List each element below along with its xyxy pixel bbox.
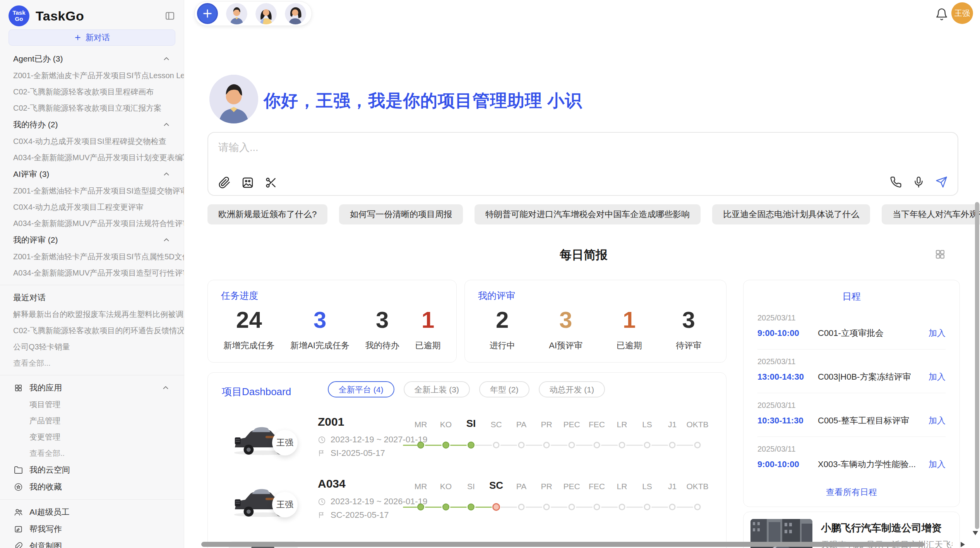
suggestion-chip[interactable]: 如何写一份清晰的项目周报 (339, 204, 463, 224)
my-app-item[interactable]: 产品管理 (0, 413, 184, 429)
stat-value: 3 (365, 307, 399, 333)
my-apps-header[interactable]: 我的应用 (0, 379, 184, 396)
sidebar-task-item[interactable]: C02-飞腾新能源轻客改款项目立项汇报方案 (0, 100, 184, 116)
schedule-view-all[interactable]: 查看所有日程 (744, 486, 959, 498)
microphone-icon[interactable] (913, 176, 925, 188)
section-header[interactable]: 我的评审 (2) (0, 231, 184, 248)
milestone-dot[interactable] (569, 504, 575, 510)
sidebar-task-item[interactable]: Z001-全新燃油皮卡产品开发项目SI节点Lesson Learn报告 (0, 67, 184, 84)
milestone-dot[interactable] (518, 442, 525, 449)
sidebar-task-item[interactable]: A034-全新新能源MUV产品开发项目造型可行性评审 (0, 265, 184, 281)
chat-input[interactable] (218, 140, 837, 167)
my-app-item[interactable]: 变更管理 (0, 429, 184, 445)
my-review-title: 我的评审 (478, 289, 515, 302)
sidebar-item-help-me-write[interactable]: 帮我写作 (0, 521, 184, 538)
dashboard-tab[interactable]: 全新平台 (4) (328, 381, 394, 397)
milestone-dot[interactable] (493, 442, 500, 449)
milestone-dot[interactable] (569, 442, 575, 449)
recent-chat-item[interactable]: 解释最新出台的欧盟报废车法规再生塑料比例被调至15%... (0, 306, 184, 322)
milestone-dot[interactable] (492, 503, 500, 511)
recent-chat-item[interactable]: C02-飞腾新能源轻客改款项目的闭环通告反馈情况 (0, 322, 184, 339)
milestone-dot[interactable] (543, 504, 550, 510)
schedule-name: C001-立项审批会 (818, 327, 925, 339)
favorites-label: 我的收藏 (29, 481, 62, 492)
sidebar-task-item[interactable]: A034-全新新能源MUV产品开发项目计划变更表编写 (0, 149, 184, 166)
milestone-dot[interactable] (468, 442, 475, 449)
section-header[interactable]: 我的待办 (2) (0, 116, 184, 133)
add-agent-button[interactable] (197, 3, 218, 24)
send-icon[interactable] (935, 176, 947, 188)
milestone-dot[interactable] (543, 442, 550, 449)
scroll-down-arrow-icon[interactable] (973, 531, 978, 535)
user-avatar[interactable]: 王强 (951, 2, 973, 24)
scissors-icon[interactable] (265, 176, 277, 189)
section-header[interactable]: AI评审 (3) (0, 166, 184, 183)
milestone-dot[interactable] (417, 503, 424, 510)
milestone-dot[interactable] (694, 504, 701, 510)
sidebar-task-item[interactable]: A034-全新新能源MUV产品开发项目法规符合性评审 (0, 215, 184, 231)
sidebar-collapse-icon[interactable] (164, 10, 175, 21)
milestone-dot[interactable] (442, 503, 449, 510)
my-app-item[interactable]: 项目管理 (0, 396, 184, 413)
milestone-dot[interactable] (669, 504, 676, 510)
chevron-up-icon[interactable] (162, 120, 171, 129)
section-header[interactable]: Agent已办 (3) (0, 50, 184, 67)
schedule-join-link[interactable]: 加入 (929, 459, 946, 470)
scroll-right-arrow-icon[interactable] (961, 542, 965, 547)
paperclip-icon[interactable] (218, 176, 231, 189)
milestone-dot[interactable] (644, 504, 651, 510)
milestone-dot[interactable] (669, 442, 676, 449)
schedule-join-link[interactable]: 加入 (929, 327, 946, 339)
recent-chats-title: 最近对话 (13, 292, 46, 303)
dashboard-tab[interactable]: 年型 (2) (479, 381, 529, 397)
sidebar-item-favorites[interactable]: 我的收藏 (0, 478, 184, 495)
sidebar-task-item[interactable]: Z001-全新燃油轻卡产品开发项目SI节点属性5D文件评审 (0, 248, 184, 265)
suggestion-chip[interactable]: 当下年轻人对汽车外观有怎样的喜好趋势 (882, 204, 980, 224)
vertical-scrollbar-thumb[interactable] (975, 202, 979, 529)
layout-grid-icon[interactable] (934, 248, 946, 260)
sidebar-task-item[interactable]: Z001-全新燃油轻卡产品开发项目SI造型提交物评审 (0, 183, 184, 199)
milestone-dot[interactable] (594, 442, 600, 449)
suggestion-chip[interactable]: 欧洲新规最近颁布了什么? (207, 204, 327, 224)
project-row[interactable]: 王强 A034 2023-12-19 ~ 2026-01-19 SC-2025-… (222, 472, 712, 534)
horizontal-scrollbar-thumb[interactable] (201, 542, 924, 547)
milestone-dot[interactable] (594, 504, 600, 510)
schedule-join-link[interactable]: 加入 (929, 415, 946, 426)
milestone-dot[interactable] (619, 504, 625, 510)
agent-avatar[interactable] (285, 3, 306, 24)
phone-icon[interactable] (890, 176, 902, 188)
agent-avatar[interactable] (226, 3, 247, 24)
schedule-name: X003-车辆动力学性能验... (818, 459, 925, 470)
new-chat-button[interactable]: 新对话 (9, 29, 175, 46)
milestone-dot[interactable] (619, 442, 625, 449)
milestone-dot[interactable] (694, 442, 701, 449)
chevron-up-icon[interactable] (161, 384, 170, 392)
agent-avatar[interactable] (255, 3, 277, 24)
notification-bell-icon[interactable] (935, 8, 948, 21)
milestone-dot[interactable] (644, 442, 651, 449)
dashboard-tab[interactable]: 动总开发 (1) (539, 381, 605, 397)
sidebar-task-item[interactable]: C0X4-动力总成开发项目SI里程碑提交物检查 (0, 133, 184, 149)
stat: 3我的待办 (365, 307, 399, 351)
suggestion-chip[interactable]: 特朗普可能对进口汽车增税会对中国车企造成哪些影响 (475, 204, 701, 224)
milestone-dot[interactable] (442, 442, 449, 449)
chevron-up-icon[interactable] (162, 55, 171, 63)
apps-view-all[interactable]: 查看全部.. (0, 445, 184, 461)
sidebar-item-ai-super-staff[interactable]: AI超级员工 (0, 503, 184, 521)
milestone-dot[interactable] (518, 504, 525, 510)
sidebar-item-cloud-space[interactable]: 我的云空间 (0, 461, 184, 478)
milestone-dot[interactable] (468, 503, 475, 510)
sidebar-task-item[interactable]: C0X4-动力总成开发项目工程变更评审 (0, 199, 184, 215)
recent-view-all[interactable]: 查看全部... (0, 355, 184, 371)
suggestion-chip[interactable]: 比亚迪全固态电池计划具体说了什么 (712, 204, 870, 224)
image-icon[interactable] (242, 176, 254, 189)
sidebar-item-creative-drawing[interactable]: 创意制图 (0, 538, 184, 548)
milestone-dot[interactable] (417, 442, 424, 449)
schedule-join-link[interactable]: 加入 (929, 371, 946, 383)
recent-chat-item[interactable]: 公司Q3轻卡销量 (0, 339, 184, 355)
chevron-up-icon[interactable] (162, 236, 171, 244)
sidebar-task-item[interactable]: C02-飞腾新能源轻客改款项目里程碑画布 (0, 84, 184, 100)
project-row[interactable]: 王强 Z001 2023-12-19 ~ 2027-01-19 SI-2025-… (222, 410, 712, 472)
chevron-up-icon[interactable] (162, 170, 171, 178)
dashboard-tab[interactable]: 全新上装 (3) (404, 381, 470, 397)
